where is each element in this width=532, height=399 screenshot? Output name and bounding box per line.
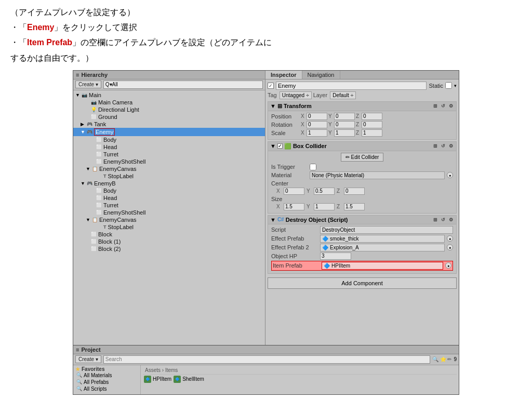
tree-item-body[interactable]: ⬜ Body xyxy=(73,136,265,143)
enemyb-icon: 🎮 xyxy=(87,181,92,186)
destroy-btn1[interactable]: ⊞ xyxy=(432,217,438,222)
tree-item-head[interactable]: ⬜ Head xyxy=(73,143,265,151)
tree-item-enemyb-turret[interactable]: ⬜ Turret xyxy=(73,202,265,209)
hierarchy-search[interactable] xyxy=(103,81,263,89)
collider-checkbox[interactable] xyxy=(277,143,283,149)
effect-prefab-picker[interactable]: ● xyxy=(447,235,453,242)
tree-item-turret[interactable]: ⬜ Turret xyxy=(73,151,265,158)
material-picker-btn[interactable]: ● xyxy=(447,172,453,178)
enemy-label: Enemy xyxy=(94,128,115,136)
rot-x-input[interactable] xyxy=(307,121,327,128)
object-name-input[interactable] xyxy=(276,82,427,90)
size-xyz-row: X Y Z xyxy=(271,203,453,210)
tab-navigation[interactable]: Navigation xyxy=(302,71,340,79)
tree-item-ground[interactable]: ⬜ Ground xyxy=(73,113,265,121)
destroy-gear[interactable]: ⚙ xyxy=(448,217,454,222)
tree-item-main-camera[interactable]: 📷 Main Camera xyxy=(73,99,265,106)
add-component-btn[interactable]: Add Component xyxy=(268,277,457,289)
bullet1-prefix: ・「 xyxy=(10,23,27,32)
tree-item-enemycanvas[interactable]: ▼ 📋 EnemyCanvas xyxy=(73,165,265,172)
tab-inspector[interactable]: Inspector xyxy=(265,71,302,79)
effect-prefab2-label: Effect Prefab 2 xyxy=(271,244,318,250)
pos-z-input[interactable] xyxy=(362,113,382,120)
project-search[interactable] xyxy=(103,355,430,364)
tree-item-main[interactable]: ▼ 📷 Main xyxy=(73,91,265,99)
enemy-arrow: ▼ xyxy=(81,129,86,135)
hierarchy-create-btn[interactable]: Create ▾ xyxy=(75,81,101,88)
center-z-input[interactable] xyxy=(344,188,365,195)
fav-item-materials[interactable]: 🔍 All Materials xyxy=(75,372,138,379)
scale-x-input[interactable] xyxy=(307,129,327,137)
destroy-btn2[interactable]: ↺ xyxy=(440,217,446,222)
asset-hpiitem[interactable]: 🔷 HPIItem xyxy=(144,376,171,383)
fav-search-icon-materials: 🔍 xyxy=(76,373,82,378)
destroy-actions: ⊞ ↺ ⚙ xyxy=(432,217,454,222)
tree-item-enemy[interactable]: ▼ 🎮 Enemy xyxy=(73,128,265,136)
pos-y-input[interactable] xyxy=(334,113,355,120)
tag-layer-row: Tag Untagged ÷ Layer Default ÷ xyxy=(268,91,457,99)
script-value-text: DestroyObject xyxy=(322,227,355,233)
tag-dropdown[interactable]: Untagged ÷ xyxy=(280,91,312,99)
fav-item-scripts[interactable]: 🔍 All Scripts xyxy=(75,385,138,392)
collider-btn1[interactable]: ⊞ xyxy=(432,143,438,149)
collider-btn2[interactable]: ↺ xyxy=(440,143,446,149)
is-trigger-checkbox[interactable] xyxy=(310,164,316,170)
destroy-script-header[interactable]: ▼ C# Destroy Object (Script) ⊞ ↺ ⚙ xyxy=(268,216,456,224)
box-collider-section: ▼ 🟩 Box Collider ⊞ ↺ ⚙ ✏ Edit xyxy=(268,141,457,214)
transform-header[interactable]: ▼ ⊞ Transform ⊞ ↺ ⚙ xyxy=(268,102,456,111)
object-hp-input[interactable] xyxy=(320,252,351,260)
hierarchy-toolbar: Create ▾ xyxy=(73,79,265,90)
tree-item-block1[interactable]: ⬜ Block (1) xyxy=(73,238,265,245)
tree-item-block2[interactable]: ⬜ Block (2) xyxy=(73,245,265,252)
static-dropdown[interactable]: ▾ xyxy=(454,83,457,88)
tree-item-tank[interactable]: ▶ 🎮 Tank xyxy=(73,121,265,128)
enemyb-turret-icon: ⬜ xyxy=(96,203,102,208)
center-x-input[interactable] xyxy=(284,188,304,195)
scale-z-input[interactable] xyxy=(362,129,382,137)
scale-y-input[interactable] xyxy=(334,129,355,137)
edit-collider-btn[interactable]: ✏ Edit Collider xyxy=(341,153,384,162)
rot-z-item: Z xyxy=(356,121,382,128)
rot-z-input[interactable] xyxy=(362,121,382,128)
layer-value: Default xyxy=(332,92,349,98)
fav-item-prefabs[interactable]: 🔍 All Prefabs xyxy=(75,379,138,385)
transform-gear[interactable]: ⚙ xyxy=(448,103,454,109)
tree-item-enemyb-body[interactable]: ⬜ Body xyxy=(73,187,265,194)
hierarchy-menu-icon: ≡ xyxy=(76,72,79,78)
tree-item-enemyb[interactable]: ▼ 🎮 EnemyB xyxy=(73,180,265,187)
project-title: Project xyxy=(81,347,100,353)
fav-label-materials: All Materials xyxy=(84,373,112,378)
project-create-btn[interactable]: Create ▾ xyxy=(75,355,101,363)
tree-item-block[interactable]: ⬜ Block xyxy=(73,231,265,238)
tree-item-enemyb-shotshell[interactable]: ⬜ EnemyShotShell xyxy=(73,209,265,216)
tree-item-enemyb-head[interactable]: ⬜ Head xyxy=(73,194,265,202)
rot-x-item: X xyxy=(301,121,327,128)
asset-shellitem[interactable]: 🔷 ShellItem xyxy=(174,376,204,383)
transform-btn1[interactable]: ⊞ xyxy=(432,103,438,109)
center-y-input[interactable] xyxy=(314,188,335,195)
tree-item-enemyb-stoplabel[interactable]: T StopLabel xyxy=(73,223,265,231)
rot-y-input[interactable] xyxy=(334,121,355,128)
transform-btn2[interactable]: ↺ xyxy=(440,103,446,109)
box-collider-header[interactable]: ▼ 🟩 Box Collider ⊞ ↺ ⚙ xyxy=(268,142,456,151)
tree-item-dir-light[interactable]: 💡 Directional Light xyxy=(73,106,265,113)
tree-item-enemyb-canvas[interactable]: ▼ 📋 EnemyCanvas xyxy=(73,216,265,223)
favorites-panel: ★ Favorites 🔍 All Materials 🔍 All Prefab… xyxy=(73,365,141,394)
size-y-input[interactable] xyxy=(314,203,335,210)
size-z-input[interactable] xyxy=(344,203,365,210)
layer-dropdown[interactable]: Default ÷ xyxy=(330,91,356,99)
static-checkbox[interactable] xyxy=(445,82,452,89)
object-active-checkbox[interactable] xyxy=(268,83,274,89)
pos-x-input[interactable] xyxy=(307,113,327,120)
item-prefab-picker[interactable]: ● xyxy=(445,262,451,269)
size-x-input[interactable] xyxy=(284,203,304,210)
instruction-line4: するかは自由です。） xyxy=(10,51,522,65)
transform-title: Transform xyxy=(284,103,312,109)
position-row: Position X Y Z xyxy=(271,113,453,120)
tree-item-stoplabel[interactable]: T StopLabel xyxy=(73,172,265,180)
effect-prefab2-picker[interactable]: ● xyxy=(447,244,453,250)
enemyb-shotshell-icon: ⬜ xyxy=(96,210,102,215)
instruction-line1: （アイテムプレハブを設定する） xyxy=(10,5,522,19)
tree-item-enemyshotshell[interactable]: ⬜ EnemyShotShell xyxy=(73,158,265,165)
collider-gear[interactable]: ⚙ xyxy=(448,143,454,149)
